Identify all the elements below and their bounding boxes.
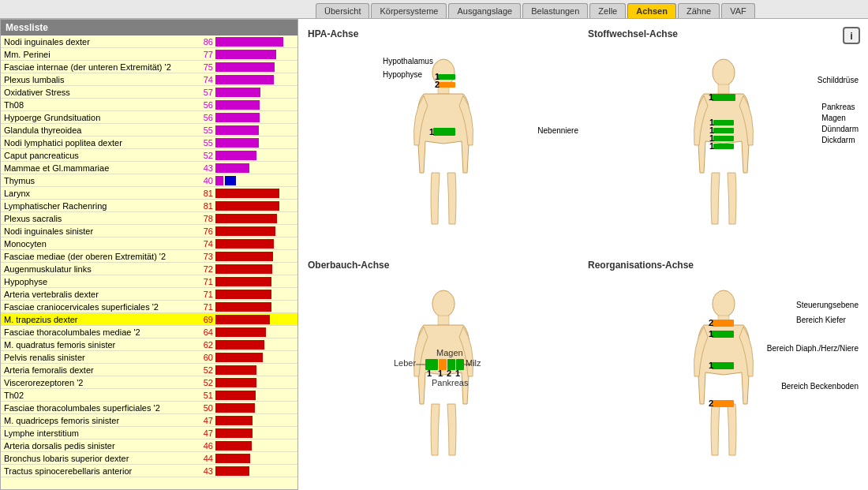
mess-item-bar — [215, 189, 294, 198]
mess-item[interactable]: Larynx81 — [1, 187, 297, 200]
mess-item-bar — [215, 214, 294, 223]
mess-item-name: Thymus — [4, 176, 193, 185]
tab-achsen[interactable]: Achsen — [627, 3, 676, 18]
mess-item-bar — [215, 441, 294, 451]
mess-item-value: 81 — [193, 201, 215, 211]
mess-item-name: Mammae et Gl.mammariae — [4, 163, 193, 173]
mess-item[interactable]: Fasciae thoracolumbales superficiales '2… — [1, 402, 297, 414]
mess-item-bar — [215, 151, 294, 160]
mess-item[interactable]: Augenmuskulatur links72 — [1, 263, 297, 275]
mess-item-value: 56 — [193, 100, 215, 110]
stoffwechsel-body-svg: 1 1 1 1 1 — [688, 58, 759, 232]
mess-item[interactable]: Fasciae craniocervicales superficiales '… — [1, 301, 297, 313]
svg-text:1: 1 — [427, 368, 432, 378]
mess-item-value: 44 — [193, 454, 215, 463]
mess-item-bar — [215, 290, 294, 299]
tab-ausgangslage[interactable]: Ausgangslage — [448, 3, 521, 18]
mess-item[interactable]: Th0856 — [1, 99, 297, 111]
main-content: Messliste Nodi inguinales dexter86Mm. Pe… — [0, 19, 868, 490]
info-button[interactable]: i — [843, 27, 860, 44]
tab-korpersysteme[interactable]: Körpersysteme — [371, 3, 447, 18]
mess-item[interactable]: Lymphe interstitium47 — [1, 427, 297, 440]
mess-item-bar — [215, 226, 294, 236]
mess-item-value: 52 — [193, 151, 215, 160]
dunndarm-label: Dünndarm — [821, 125, 859, 133]
mess-item-value: 74 — [193, 239, 215, 249]
mess-item-bar — [215, 302, 294, 312]
mess-item-name: Fasciae craniocervicales superficiales '… — [4, 302, 193, 312]
tab-zahne[interactable]: Zähne — [678, 3, 720, 18]
mess-item-value: 71 — [193, 290, 215, 299]
mess-item[interactable]: Plexus sacralis78 — [1, 212, 297, 225]
mess-item[interactable]: Caput pancreaticus52 — [1, 149, 297, 162]
svg-text:Milz: Milz — [466, 358, 481, 368]
mess-item-bar — [215, 239, 294, 249]
svg-text:2: 2 — [447, 368, 451, 378]
reorganisation-achse-cell: Reorganisations-Achse — [585, 256, 862, 484]
mess-item[interactable]: Arteria dorsalis pedis sinister46 — [1, 440, 297, 452]
mess-item[interactable]: Mm. Perinei77 — [1, 48, 297, 61]
mess-item[interactable]: Glandula thyreoidea55 — [1, 124, 297, 137]
mess-item-name: Plexus lumbalis — [4, 75, 193, 84]
mess-item[interactable]: Th0251 — [1, 389, 297, 402]
svg-text:1: 1 — [709, 361, 713, 370]
mess-item-value: 64 — [193, 327, 215, 337]
mess-item-value: 74 — [193, 75, 215, 84]
mess-item[interactable]: Plexus lumbalis74 — [1, 73, 297, 86]
tab-vaf[interactable]: VAF — [721, 3, 755, 18]
tab-zelle[interactable]: Zelle — [589, 3, 626, 18]
mess-item-bar — [215, 340, 294, 350]
svg-text:Magen: Magen — [436, 348, 463, 357]
tab-belastungen[interactable]: Belastungen — [522, 3, 588, 18]
mess-item-bar — [215, 62, 294, 72]
mess-item[interactable]: M. quadriceps femoris sinister47 — [1, 414, 297, 427]
mess-item[interactable]: M. quadratus femoris sinister62 — [1, 339, 297, 351]
mess-item-bar — [215, 403, 294, 413]
tab-ubersicht[interactable]: Übersicht — [316, 3, 369, 18]
mess-item-name: Pelvis renalis sinister — [4, 353, 193, 362]
mess-item[interactable]: Bronchus lobaris superior dexter44 — [1, 452, 297, 465]
mess-item-bar — [215, 264, 294, 274]
mess-item[interactable]: Pelvis renalis sinister60 — [1, 351, 297, 364]
svg-rect-10 — [712, 94, 735, 101]
mess-item-value: 62 — [193, 340, 215, 350]
mess-item[interactable]: Nodi inguinales dexter86 — [1, 36, 297, 48]
svg-rect-4 — [438, 82, 455, 88]
mess-item-bar — [215, 138, 294, 148]
mess-item-value: 72 — [193, 264, 215, 274]
mess-item[interactable]: Hypoerge Grundsituation56 — [1, 111, 297, 124]
mess-item-name: Monocyten — [4, 239, 193, 249]
mess-item[interactable]: Oxidativer Stress57 — [1, 86, 297, 99]
mess-item[interactable]: Fasciae internae (der unteren Extremität… — [1, 61, 297, 73]
tab-bar: Übersicht Körpersysteme Ausgangslage Bel… — [0, 0, 868, 19]
mess-item[interactable]: Viscerorezeptoren '252 — [1, 376, 297, 389]
mess-item-bar — [215, 113, 294, 122]
mess-item-bar — [215, 365, 294, 375]
mess-item[interactable]: Mammae et Gl.mammariae43 — [1, 162, 297, 174]
mess-item[interactable]: M. trapezius dexter69 — [1, 313, 297, 326]
oberbauch-body-svg: 1 1 2 1 Magen Leber Milz — [392, 290, 495, 463]
mess-item-name: M. quadriceps femoris sinister — [4, 416, 193, 425]
mess-item[interactable]: Fasciae thoracolumbales mediae '264 — [1, 326, 297, 339]
svg-text:1: 1 — [455, 368, 460, 378]
mess-item[interactable]: Lymphatischer Rachenring81 — [1, 200, 297, 212]
mess-item[interactable]: Thymus40 — [1, 174, 297, 187]
mess-item-bar — [215, 75, 294, 84]
mess-item[interactable]: Nodi lymphatici poplitea dexter55 — [1, 137, 297, 149]
mess-item[interactable]: Fasciae mediae (der oberen Extremität) '… — [1, 250, 297, 263]
mess-item-name: Viscerorezeptoren '2 — [4, 378, 193, 387]
svg-text:1: 1 — [438, 368, 443, 378]
mess-item[interactable]: Monocyten74 — [1, 238, 297, 250]
mess-item-bar — [215, 88, 294, 97]
mess-item-value: 51 — [193, 391, 215, 400]
mess-item-value: 81 — [193, 189, 215, 198]
mess-list[interactable]: Nodi inguinales dexter86Mm. Perinei77Fas… — [1, 36, 297, 489]
svg-point-20 — [432, 290, 455, 317]
mess-item[interactable]: Tractus spinocerebellaris anterior43 — [1, 465, 297, 477]
mess-item[interactable]: Arteria femoralis dexter52 — [1, 364, 297, 376]
mess-item-bar — [215, 201, 294, 211]
hpa-nebenniere-label: Nebenniere — [537, 125, 578, 135]
mess-item[interactable]: Arteria vertebralis dexter71 — [1, 288, 297, 301]
mess-item[interactable]: Hypophyse71 — [1, 275, 297, 288]
mess-item[interactable]: Nodi inguinales sinister76 — [1, 225, 297, 238]
